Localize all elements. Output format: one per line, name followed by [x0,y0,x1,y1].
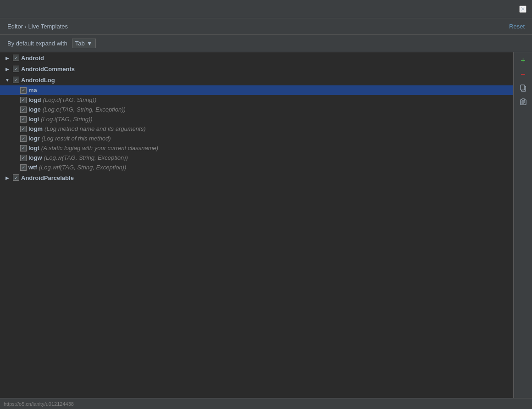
checkbox-ma[interactable] [20,87,27,94]
arrow-androidparcelable [4,174,11,181]
tree-item-logi[interactable]: logi (Log.i(TAG, String)) [0,114,513,124]
checkbox-android[interactable] [13,55,19,61]
header: Editor › Live Templates Reset [0,18,532,35]
item-logt-abbr: logt [28,145,39,151]
action-sidebar: + − [514,52,532,407]
svg-rect-3 [522,99,525,101]
tree-item-logr[interactable]: logr (Log result of this method) [0,134,513,143]
item-logr-desc: (Log result of this method) [42,135,111,142]
default-expand-row: By default expand with Tab ▼ [0,35,532,52]
item-logt-desc: (A static logtag with your current class… [41,145,158,151]
close-button[interactable]: × [519,6,526,13]
copy-button[interactable] [517,82,530,95]
group-androidparcelable-label: AndroidParcelable [21,174,74,181]
status-bar: https://o5.cn/ianity/u012124438 [0,398,532,409]
group-androidcomments[interactable]: AndroidComments [0,63,513,74]
checkbox-logm[interactable] [20,126,27,132]
group-androidlog-label: AndroidLog [21,77,55,84]
arrow-android [4,54,11,62]
tree-item-ma[interactable]: ma [0,85,513,95]
checkbox-androidlog[interactable] [13,77,19,83]
expand-select-value: Tab [75,40,85,47]
group-androidcomments-label: AndroidComments [21,66,75,73]
arrow-androidlog [4,76,11,84]
tree-item-logt[interactable]: logt (A static logtag with your current … [0,143,513,153]
item-wtf-desc: (Log.wtf(TAG, String, Exception)) [39,164,127,171]
checkbox-logt[interactable] [20,145,27,151]
breadcrumb-separator: › [25,23,28,30]
expand-select[interactable]: Tab ▼ [72,39,96,48]
main-content: Android AndroidComments AndroidLog ma lo… [0,52,532,407]
add-button[interactable]: + [517,54,530,67]
group-androidparcelable[interactable]: AndroidParcelable [0,172,513,183]
reset-button[interactable]: Reset [509,23,525,30]
tree-item-wtf[interactable]: wtf (Log.wtf(TAG, String, Exception)) [0,162,513,172]
breadcrumb: Editor › Live Templates [7,23,68,30]
item-logm-desc: (Log method name and its arguments) [44,125,145,132]
checkbox-loge[interactable] [20,106,27,113]
tree-item-logw[interactable]: logw (Log.w(TAG, String, Exception)) [0,153,513,162]
chevron-down-icon: ▼ [87,40,93,47]
item-logr-abbr: logr [28,135,40,142]
checkbox-logr[interactable] [20,135,27,142]
item-loge-abbr: loge [28,106,41,113]
svg-rect-1 [521,85,525,90]
expand-label: By default expand with [7,40,67,47]
breadcrumb-editor: Editor [7,23,23,30]
group-androidlog[interactable]: AndroidLog [0,74,513,85]
tree-item-logm[interactable]: logm (Log method name and its arguments) [0,124,513,134]
checkbox-androidcomments[interactable] [13,66,19,72]
tree-item-loge[interactable]: loge (Log.e(TAG, String, Exception)) [0,105,513,114]
item-logw-abbr: logw [28,154,42,161]
title-bar: × [0,0,532,18]
arrow-androidcomments [4,65,11,73]
checkbox-wtf[interactable] [20,164,27,171]
item-logd-abbr: logd [28,96,41,103]
item-ma-abbr: ma [28,87,37,94]
item-logi-desc: (Log.i(TAG, String)) [41,116,92,123]
tree-panel[interactable]: Android AndroidComments AndroidLog ma lo… [0,52,514,407]
status-url: https://o5.cn/ianity/u012124438 [4,401,74,407]
tree-item-logd[interactable]: logd (Log.d(TAG, String)) [0,95,513,105]
checkbox-logw[interactable] [20,155,27,161]
checkbox-logd[interactable] [20,97,27,103]
checkbox-androidparcelable[interactable] [13,174,19,181]
item-wtf-abbr: wtf [28,164,37,171]
breadcrumb-live-templates: Live Templates [28,23,68,30]
item-logi-abbr: logi [28,116,39,123]
group-android[interactable]: Android [0,52,513,63]
paste-button[interactable] [517,95,530,108]
group-android-label: Android [21,55,44,62]
item-logw-desc: (Log.w(TAG, String, Exception)) [44,154,128,161]
item-logd-desc: (Log.d(TAG, String)) [43,96,96,103]
remove-button[interactable]: − [517,68,530,81]
checkbox-logi[interactable] [20,116,27,123]
item-logm-abbr: logm [28,125,43,132]
item-loge-desc: (Log.e(TAG, String, Exception)) [43,106,126,113]
